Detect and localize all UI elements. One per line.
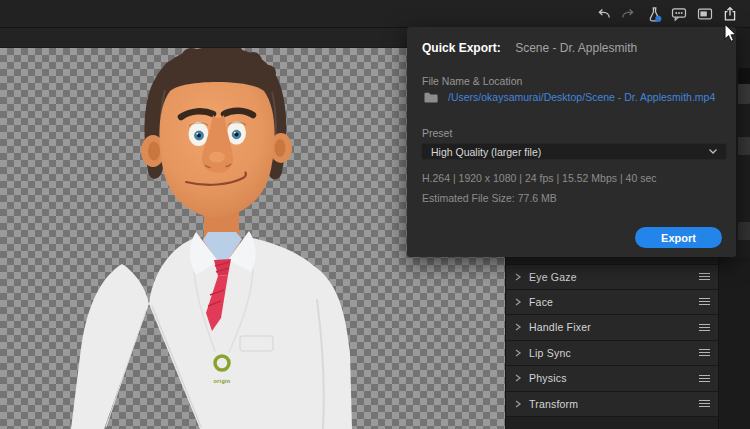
folder-icon[interactable] bbox=[424, 92, 438, 103]
redo-icon[interactable] bbox=[620, 6, 636, 22]
beta-flask-icon[interactable] bbox=[646, 6, 662, 22]
undo-icon[interactable] bbox=[596, 6, 612, 22]
file-path-link[interactable]: /Users/okaysamurai/Desktop/Scene - Dr. A… bbox=[448, 91, 715, 103]
behavior-row-eye-gaze[interactable]: Eye Gaze bbox=[506, 264, 719, 290]
behavior-label: Lip Sync bbox=[529, 347, 571, 359]
coat-logo-text: origin bbox=[213, 378, 230, 384]
file-path-row: /Users/okaysamurai/Desktop/Scene - Dr. A… bbox=[424, 91, 715, 103]
preset-value: High Quality (larger file) bbox=[431, 146, 541, 158]
menu-hamburger-icon[interactable] bbox=[699, 273, 710, 280]
scrollbar-thumb[interactable] bbox=[738, 137, 750, 155]
behavior-label: Physics bbox=[529, 372, 567, 384]
preset-label: Preset bbox=[422, 127, 452, 139]
quick-export-title: Quick Export: bbox=[422, 41, 501, 55]
top-toolbar bbox=[0, 0, 750, 28]
quick-export-panel: Quick Export: Scene - Dr. Applesmith Fil… bbox=[407, 27, 736, 257]
scrollbar-thumb[interactable] bbox=[738, 84, 750, 104]
behavior-label: Eye Gaze bbox=[529, 271, 577, 283]
behavior-row-physics[interactable]: Physics bbox=[506, 366, 719, 392]
export-button[interactable]: Export bbox=[635, 227, 722, 248]
menu-hamburger-icon[interactable] bbox=[699, 349, 710, 356]
behaviors-list: Eye Gaze Face Handle Fixer Lip Sync Phys… bbox=[506, 264, 719, 417]
menu-hamburger-icon[interactable] bbox=[699, 375, 710, 382]
behavior-row-face[interactable]: Face bbox=[506, 290, 719, 316]
format-info: H.264 | 1920 x 1080 | 24 fps | 15.52 Mbp… bbox=[422, 172, 656, 184]
behavior-label: Handle Fixer bbox=[529, 321, 591, 333]
menu-hamburger-icon[interactable] bbox=[699, 298, 710, 305]
estimated-file-size: Estimated File Size: 77.6 MB bbox=[422, 192, 557, 204]
menu-hamburger-icon[interactable] bbox=[699, 324, 710, 331]
behavior-row-handle-fixer[interactable]: Handle Fixer bbox=[506, 315, 719, 341]
behavior-label: Face bbox=[529, 296, 553, 308]
chevron-right-icon[interactable] bbox=[514, 400, 522, 408]
chevron-right-icon[interactable] bbox=[514, 273, 522, 281]
behavior-row-lip-sync[interactable]: Lip Sync bbox=[506, 341, 719, 367]
share-export-icon[interactable] bbox=[722, 6, 738, 22]
file-location-label: File Name & Location bbox=[422, 75, 522, 87]
chevron-right-icon[interactable] bbox=[514, 323, 522, 331]
picture-in-picture-icon[interactable] bbox=[697, 6, 713, 22]
behavior-label: Transform bbox=[529, 398, 578, 410]
panel-gutter bbox=[718, 257, 750, 429]
scrollbar-thumb[interactable] bbox=[738, 222, 750, 240]
chevron-right-icon[interactable] bbox=[514, 349, 522, 357]
quick-export-header: Quick Export: Scene - Dr. Applesmith bbox=[422, 38, 637, 56]
preset-dropdown[interactable]: High Quality (larger file) bbox=[421, 143, 727, 160]
panel-scroll-track bbox=[737, 28, 750, 257]
chevron-right-icon[interactable] bbox=[514, 374, 522, 382]
chevron-down-icon bbox=[708, 148, 718, 155]
quick-export-scene-name: Scene - Dr. Applesmith bbox=[515, 41, 637, 55]
panel-edge-fragment bbox=[738, 68, 750, 84]
behavior-row-transform[interactable]: Transform bbox=[506, 392, 719, 418]
feedback-bubble-icon[interactable] bbox=[671, 6, 687, 22]
chevron-right-icon[interactable] bbox=[514, 298, 522, 306]
menu-hamburger-icon[interactable] bbox=[699, 400, 710, 407]
